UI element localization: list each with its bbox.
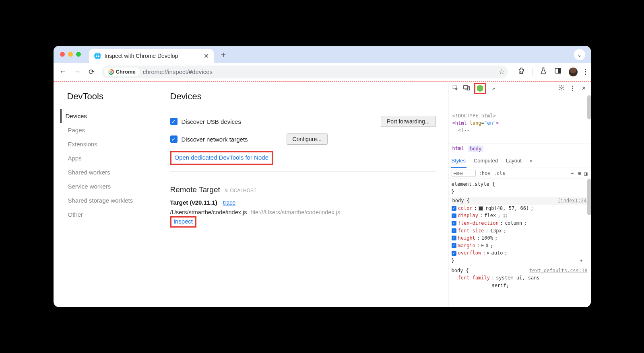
site-info-chip[interactable]: Chrome	[104, 68, 140, 76]
computed-styles-icon[interactable]: ⊞	[578, 170, 581, 176]
back-button[interactable]: ←	[58, 68, 67, 76]
subtab-computed[interactable]: Computed	[473, 154, 499, 168]
rule-source[interactable]: (index):24	[557, 197, 586, 205]
flex-editor-icon[interactable]	[504, 214, 507, 218]
toggle-sidebar-icon[interactable]: ◨	[584, 170, 588, 176]
globe-icon: 🌐	[94, 52, 101, 60]
subtab-styles[interactable]: Styles	[451, 154, 466, 168]
body2-selector: body {	[452, 267, 469, 275]
side-panel-icon[interactable]	[554, 67, 561, 76]
tabs-dropdown-icon[interactable]: ⌄	[574, 49, 585, 60]
decl-toggle[interactable]: ✓	[452, 221, 456, 226]
sidebar-item-devices[interactable]: Devices	[60, 109, 170, 123]
body-selector: body {	[452, 197, 470, 205]
color-swatch-icon[interactable]	[479, 206, 483, 211]
nodejs-icon[interactable]	[477, 85, 483, 92]
discover-usb-checkbox[interactable]: ✓	[170, 118, 178, 125]
trace-link[interactable]: trace	[223, 199, 235, 206]
elements-scrollbar[interactable]	[587, 95, 591, 119]
labs-icon[interactable]	[540, 67, 547, 76]
devtools-subtabs: Styles Computed Layout »	[448, 154, 591, 168]
brace-close: }	[452, 189, 454, 195]
elements-tree[interactable]: <!DOCTYPE html> <html lang="en"> <!--	[448, 95, 591, 144]
crumb-body[interactable]: body	[468, 146, 483, 152]
url-text: chrome://inspect/#devices	[143, 68, 213, 75]
target-file-url: file:///Users/stmarthe/code/index.js	[251, 209, 341, 215]
toolbar: ← → ⟳ Chrome chrome://inspect/#devices ☆	[54, 63, 591, 81]
sidebar-item-other[interactable]: Other	[66, 207, 170, 222]
styles-filter-input[interactable]	[452, 170, 476, 177]
hov-toggle[interactable]: :hov	[479, 170, 491, 176]
doctype-line: <!DOCTYPE html>	[452, 113, 496, 119]
devices-heading: Devices	[170, 91, 436, 102]
port-forwarding-button[interactable]: Port forwarding...	[381, 116, 436, 127]
comment-line: <!--	[452, 127, 470, 133]
new-style-rule-icon[interactable]: ＋	[570, 170, 575, 177]
subtab-layout[interactable]: Layout	[505, 154, 522, 168]
sidebar-item-pages[interactable]: Pages	[66, 123, 170, 137]
reload-button[interactable]: ⟳	[87, 68, 96, 76]
breadcrumb: html body	[448, 144, 591, 154]
address-bar[interactable]: Chrome chrome://inspect/#devices ☆	[102, 66, 508, 78]
kebab-menu-icon[interactable]	[585, 69, 586, 75]
remote-target-heading: Remote Target #LOCALHOST	[170, 185, 436, 194]
target-line: Target (v20.11.1) trace	[170, 199, 436, 206]
sidebar-item-shared-workers[interactable]: Shared workers	[66, 165, 170, 179]
decl-toggle[interactable]: ✓	[452, 206, 456, 211]
extensions-icon[interactable]	[518, 67, 525, 76]
sidebar-item-extensions[interactable]: Extensions	[66, 137, 170, 151]
subtab-more-icon[interactable]: »	[529, 154, 533, 168]
toolbar-divider	[532, 68, 533, 76]
styles-scrollbar[interactable]	[587, 179, 591, 215]
decl-toggle[interactable]: ✓	[452, 213, 456, 218]
inspect-highlight: inspect	[170, 216, 197, 228]
decl-toggle[interactable]: ✓	[452, 236, 456, 240]
decl-toggle[interactable]: ✓	[452, 251, 456, 256]
sidebar-item-apps[interactable]: Apps	[66, 151, 170, 165]
discover-network-checkbox[interactable]: ✓	[170, 135, 178, 143]
bookmark-star-icon[interactable]: ☆	[499, 68, 505, 76]
cls-toggle[interactable]: .cls	[493, 170, 505, 176]
inspect-link[interactable]: inspect	[174, 218, 193, 225]
styles-filter-bar: :hov .cls ＋ ⊞ ◨	[448, 168, 591, 179]
sidebar-title: DevTools	[67, 91, 170, 102]
crumb-html[interactable]: html	[452, 146, 464, 152]
content-area: DevTools Devices Pages Extensions Apps S…	[54, 81, 591, 307]
svg-rect-1	[558, 68, 560, 73]
more-panels-icon[interactable]: »	[490, 86, 497, 91]
rule-source-2[interactable]: text_defaults.css:18	[529, 267, 588, 275]
devtools-kebab-icon[interactable]	[569, 86, 576, 91]
new-tab-button[interactable]: ＋	[219, 49, 227, 60]
discover-usb-label: Discover USB devices	[182, 118, 241, 125]
devtools-close-icon[interactable]: ✕	[580, 85, 588, 91]
open-node-devtools-link[interactable]: Open dedicated DevTools for Node	[175, 154, 268, 161]
target-path: /Users/stmarthe/code/index.js	[170, 209, 247, 215]
decl-toggle[interactable]: ✓	[452, 228, 456, 233]
add-declaration-icon[interactable]: ＋	[579, 257, 584, 265]
close-window-icon[interactable]	[60, 52, 65, 57]
expand-triangle-icon[interactable]: ▶	[481, 242, 484, 248]
expand-triangle-icon[interactable]: ▶	[487, 250, 490, 256]
node-panel-highlight	[474, 83, 486, 94]
browser-tab[interactable]: 🌐 Inspect with Chrome Develop ✕	[89, 49, 214, 63]
main-content: Devices ✓ Discover USB devices Port forw…	[170, 91, 436, 303]
discover-network-label: Discover network targets	[182, 136, 248, 143]
decl-toggle[interactable]: ✓	[452, 243, 456, 248]
close-tab-icon[interactable]: ✕	[204, 52, 209, 60]
open-node-devtools-highlight: Open dedicated DevTools for Node	[170, 151, 273, 165]
sidebar: DevTools Devices Pages Extensions Apps S…	[66, 91, 170, 303]
sidebar-item-service-workers[interactable]: Service workers	[66, 179, 170, 193]
profile-avatar[interactable]	[569, 68, 578, 76]
settings-gear-icon[interactable]	[558, 84, 565, 92]
site-label: Chrome	[116, 69, 136, 75]
tab-title: Inspect with Chrome Develop	[105, 53, 200, 59]
minimize-window-icon[interactable]	[68, 52, 73, 57]
configure-button[interactable]: Configure...	[287, 133, 328, 145]
target-path-line: /Users/stmarthe/code/index.js file:///Us…	[170, 209, 436, 215]
styles-pane[interactable]: element.style { } body { (index):24 ✓ co…	[448, 179, 591, 307]
inspect-element-icon[interactable]	[452, 84, 459, 92]
sidebar-item-shared-storage-worklets[interactable]: Shared storage worklets	[66, 193, 170, 207]
device-toggle-icon[interactable]	[463, 84, 470, 92]
svg-point-5	[561, 87, 562, 88]
maximize-window-icon[interactable]	[76, 52, 81, 57]
